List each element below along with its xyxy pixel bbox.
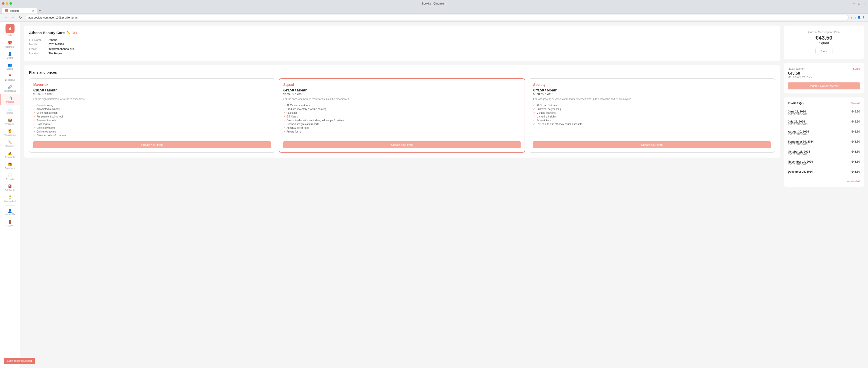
users-icon: 👤 [8,52,12,56]
payment-title: Next Payment [788,67,812,70]
invoice-date: July 29, 2024 [788,120,807,123]
invoice-row: July 29, 2024 #9A2A29F0-0013 €43.50 [788,118,860,128]
feature-item: Packages [283,111,521,115]
treatments-icon: 💆 [8,129,12,133]
invoice-amount: €43.50 [851,160,860,163]
bookmark-icon[interactable]: ☆ [854,16,856,19]
new-tab-btn[interactable]: + [37,7,43,13]
sidebar-item-coupons[interactable]: 🏷️ Coupons [0,138,20,149]
browser-controls-right: ─ ◻ ✕ [852,2,866,5]
close-window-btn[interactable] [2,2,4,5]
right-panel: Current Subscription Plan €43.50 Squad C… [784,26,864,366]
invoices-title: Invoices(7) [788,102,804,105]
location-label: Location: [29,52,46,55]
invoice-date: October 23, 2024 [788,150,810,153]
feature-item: Gift Cards [283,115,521,118]
plan-society-desc: For fast-growing or well-established bus… [533,98,771,101]
profile-email-row: Email: info@athenabeauty.nl [29,47,775,50]
update-plan-maverick-btn[interactable]: Update Your Plan [33,141,271,148]
profile-header: Athena Beauty Care ✏️ Edit [29,31,775,35]
sidebar-item-my-profile[interactable]: 👤 My Profile [0,207,20,218]
sidebar-item-discounts[interactable]: 💰 Discounts [0,149,20,160]
plan-maverick-desc: For the high performers who like to work… [33,98,271,101]
location-value: The Hague [49,52,62,55]
invoice-amount: €43.50 [851,130,860,133]
sidebar-item-users[interactable]: 👤 Users [0,50,20,61]
sidebar-item-waiting-list[interactable]: ⏳ Waiting List [0,193,20,204]
reload-btn[interactable]: ↻ [18,15,23,20]
download-all-link[interactable]: Download All [788,180,860,182]
mobile-value: 0702142578 [49,43,64,46]
url-input[interactable] [25,15,849,20]
invoice-info: September 30, 2024 #9A2A29F0-0015 [788,140,814,146]
extensions-icon[interactable]: ⬦ [851,16,852,19]
invoice-amount: €43.50 [851,150,860,153]
full-name-label: Full Name: [29,38,46,41]
sidebar-divider [5,205,15,206]
profile-icon[interactable]: 👤 [857,16,861,19]
update-plan-squad-btn[interactable]: Update Your Plan [283,141,521,148]
sidebar-item-emails[interactable]: ✉️ Emails [0,105,20,116]
sidebar-item-reports[interactable]: 📊 Reports [0,171,20,182]
tab-close-btn[interactable]: ✕ [32,9,34,12]
feature-item: Financial insights and reports [283,122,521,126]
packages-icon: 🎁 [8,162,12,166]
restore-icon[interactable]: ◻ [857,2,861,5]
invoice-date: November 14, 2024 [788,160,813,163]
products-icon: 📦 [8,118,12,122]
invoices-list: June 29, 2024 #9A2A29F0-0012 €43.50 July… [788,108,860,178]
subscription-price: €43.50 [789,34,859,41]
sidebar-item-label-locations: Locations [5,79,15,81]
invoice-id: #9A2A29F0-0014 [788,133,809,136]
sidebar-item-policies[interactable]: 📋 Policies [0,94,20,105]
settle-link[interactable]: Settle [853,67,860,70]
invoice-id: #9A2A29F0-0012 [788,113,807,116]
active-tab[interactable]: Bookitu ✕ [2,8,37,13]
window-controls [2,2,12,5]
menu-icon[interactable]: ⋮ [862,16,865,19]
forward-btn[interactable]: → [10,15,16,20]
plan-society-price-month: €79.50 / Month [533,88,771,92]
profile-location-row: Location: The Hague [29,52,775,55]
policies-icon: 📋 [8,96,12,100]
sidebar-item-locations[interactable]: 📍 Locations [0,72,20,83]
edit-label[interactable]: Edit [72,31,77,34]
sidebar-item-clients[interactable]: 👥 Clients [0,61,20,72]
sidebar-item-calendar[interactable]: 📅 Calendar [0,39,20,50]
sidebar-item-gift-cards[interactable]: 🎴 Gift Cards [0,182,20,193]
sidebar-item-label-users: Users [7,57,13,59]
minimize-icon[interactable]: ─ [852,2,856,5]
business-name: Athena Beauty Care [29,31,65,35]
sidebar-item-treatments[interactable]: 💆 Treatments [0,127,20,138]
address-right-controls: ⬦ ☆ 👤 ⋮ [851,16,865,19]
sidebar-item-integrations[interactable]: 🔗 Integrations [0,83,20,94]
sidebar-item-packages[interactable]: 🎁 Packages [0,160,20,171]
feature-item: Customer segmenting [533,107,771,111]
payment-amount: €43.50 [788,71,812,76]
invoice-id: #9A2A29F0-0013 [788,123,807,126]
plan-society: Society €79.50 / Month €858.60 / Year Fo… [529,78,775,152]
invoice-id: # [788,173,813,176]
invoice-info: August 30, 2024 #9A2A29F0-0014 [788,130,809,136]
invoice-row: December 26, 2024 # €43.50 [788,168,860,178]
back-btn[interactable]: ← [3,15,8,20]
close-icon[interactable]: ✕ [862,2,866,5]
app-layout: B Edit 📅 Calendar 👤 Users 👥 Clients 📍 Lo… [0,22,868,368]
copy-booking-snippet-btn[interactable]: Copy Booking Snippet [4,358,35,364]
browser-chrome: Bookitu - Chromium ─ ◻ ✕ [0,0,868,7]
invoice-amount: €43.50 [851,110,860,113]
minimize-window-btn[interactable] [6,2,8,5]
maximize-window-btn[interactable] [9,2,12,5]
edit-profile-icon[interactable]: ✏️ [67,31,70,34]
update-plan-society-btn[interactable]: Update Your Plan [533,141,771,148]
update-payment-method-btn[interactable]: Update Payment Method [788,82,860,89]
invoice-info: July 29, 2024 #9A2A29F0-0013 [788,120,807,126]
feature-item: Pre-payment policy tool [33,115,271,118]
invoice-info: October 23, 2024 #9A2A29F0-0016 [788,150,810,156]
logo-label: Edit [8,34,12,36]
sidebar-item-logout[interactable]: 🚪 Logout [0,218,20,229]
cancel-subscription-btn[interactable]: Cancel [815,48,833,54]
show-all-invoices-link[interactable]: Show All [850,102,860,105]
sidebar-item-products[interactable]: 📦 Products [0,116,20,127]
sidebar-item-label-coupons: Coupons [5,145,14,147]
